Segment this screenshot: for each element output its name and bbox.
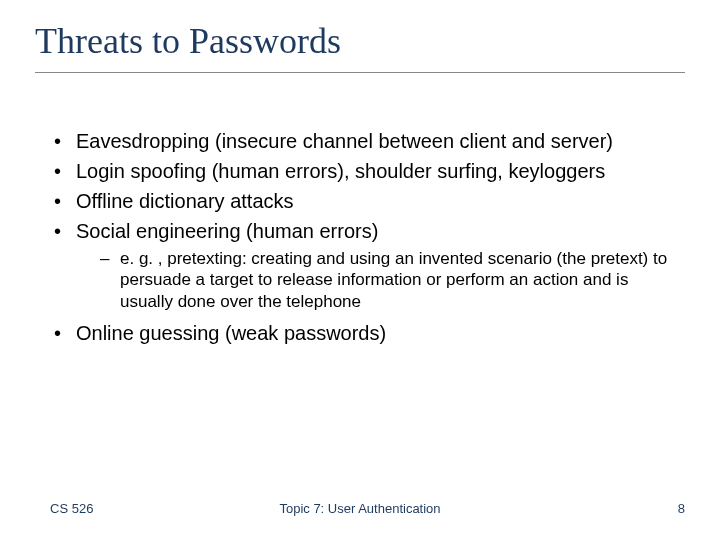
sub-list-item: e. g. , pretexting: creating and using a… xyxy=(76,248,685,312)
list-item: Social engineering (human errors) e. g. … xyxy=(50,218,685,312)
list-item: Eavesdropping (insecure channel between … xyxy=(50,128,685,154)
list-item: Login spoofing (human errors), shoulder … xyxy=(50,158,685,184)
slide: Threats to Passwords Eavesdropping (inse… xyxy=(0,0,720,540)
footer-topic: Topic 7: User Authentication xyxy=(279,501,440,516)
footer-course-code: CS 526 xyxy=(50,501,93,516)
sub-bullet-list: e. g. , pretexting: creating and using a… xyxy=(76,248,685,312)
slide-footer: CS 526 Topic 7: User Authentication 8 xyxy=(0,501,720,516)
slide-content: Eavesdropping (insecure channel between … xyxy=(35,128,685,540)
bullet-list: Eavesdropping (insecure channel between … xyxy=(50,128,685,346)
slide-title: Threats to Passwords xyxy=(35,20,685,73)
list-item-text: Social engineering (human errors) xyxy=(76,220,378,242)
list-item: Online guessing (weak passwords) xyxy=(50,320,685,346)
footer-page-number: 8 xyxy=(678,501,685,516)
list-item: Offline dictionary attacks xyxy=(50,188,685,214)
